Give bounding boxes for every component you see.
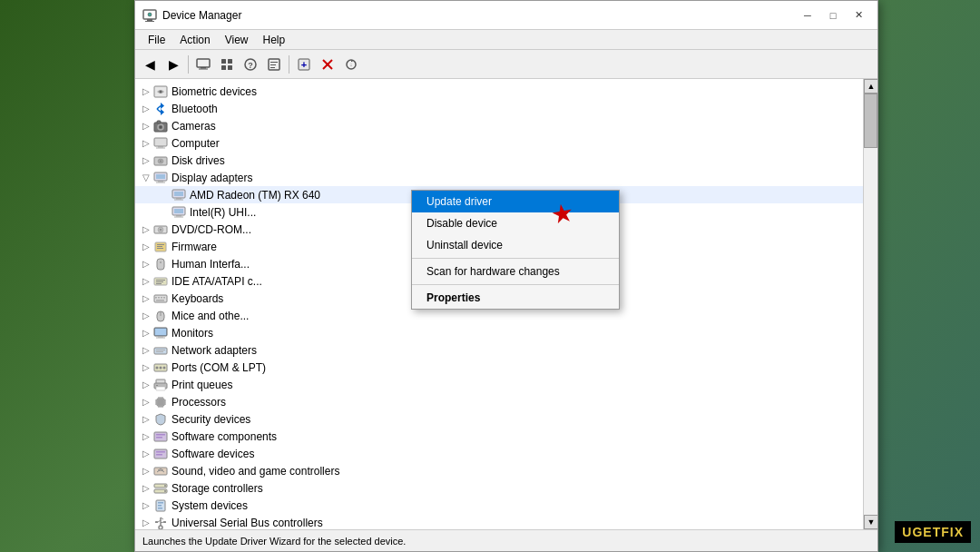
svg-rect-65 bbox=[156, 300, 164, 301]
expand-ports[interactable]: ▷ bbox=[139, 360, 153, 375]
svg-point-27 bbox=[160, 125, 162, 128]
svg-point-34 bbox=[160, 160, 162, 162]
svg-rect-114 bbox=[155, 521, 158, 523]
svg-rect-109 bbox=[158, 502, 163, 504]
disk-icon bbox=[153, 153, 168, 168]
expand-keyboards[interactable]: ▷ bbox=[139, 291, 153, 306]
expand-print[interactable]: ▷ bbox=[139, 378, 153, 392]
add-button[interactable]: + bbox=[293, 54, 315, 75]
tree-item-storage[interactable]: ▷ Storage controllers bbox=[135, 479, 863, 497]
tree-item-processors[interactable]: ▷ bbox=[135, 393, 863, 410]
expand-mice[interactable]: ▷ bbox=[139, 309, 153, 323]
tree-item-usb[interactable]: ▷ Universal Serial Bus controllers bbox=[135, 514, 863, 529]
properties-label: Properties bbox=[426, 291, 480, 304]
expand-display[interactable]: ▽ bbox=[139, 171, 153, 185]
svg-text:+: + bbox=[301, 59, 307, 70]
minimize-button[interactable]: ─ bbox=[796, 6, 819, 25]
expand-cameras[interactable]: ▷ bbox=[139, 119, 153, 133]
tree-item-software-comp[interactable]: ▷ Software components bbox=[135, 428, 863, 445]
expand-bluetooth[interactable]: ▷ bbox=[139, 102, 153, 116]
tree-item-display[interactable]: ▽ Display adapters bbox=[135, 169, 863, 186]
svg-rect-111 bbox=[158, 508, 162, 509]
properties-button[interactable] bbox=[263, 54, 285, 75]
expand-monitors[interactable]: ▷ bbox=[139, 326, 153, 340]
expand-security[interactable]: ▷ bbox=[139, 412, 153, 427]
expand-firmware[interactable]: ▷ bbox=[139, 240, 153, 254]
svg-rect-36 bbox=[156, 174, 165, 179]
status-text: Launches the Update Driver Wizard for th… bbox=[142, 536, 406, 547]
tree-item-network[interactable]: ▷ Network adapters bbox=[135, 341, 863, 359]
svg-point-49 bbox=[160, 229, 162, 231]
scroll-thumb[interactable] bbox=[864, 94, 877, 148]
expand-sound[interactable]: ▷ bbox=[139, 464, 153, 478]
expand-computer[interactable]: ▷ bbox=[139, 136, 153, 151]
tree-item-security[interactable]: ▷ Security devices bbox=[135, 410, 863, 428]
context-properties[interactable]: Properties bbox=[412, 287, 619, 309]
remove-button[interactable] bbox=[317, 54, 338, 75]
svg-rect-60 bbox=[154, 295, 167, 302]
expand-network[interactable]: ▷ bbox=[139, 343, 153, 358]
tree-item-sound[interactable]: ▷ Sound, video and game controllers bbox=[135, 462, 863, 479]
tree-item-print[interactable]: ▷ Print queues bbox=[135, 376, 863, 393]
computer-button[interactable] bbox=[192, 54, 214, 75]
back-button[interactable]: ◀ bbox=[139, 54, 161, 75]
ports-icon bbox=[153, 360, 168, 375]
menu-action[interactable]: Action bbox=[172, 32, 217, 48]
context-scan-hardware[interactable]: Scan for hardware changes bbox=[412, 261, 619, 282]
expand-dvd[interactable]: ▷ bbox=[139, 222, 153, 237]
refresh-button[interactable]: ↓ bbox=[340, 54, 362, 75]
context-update-driver[interactable]: Update driver bbox=[412, 191, 619, 212]
expand-processors[interactable]: ▷ bbox=[139, 395, 153, 409]
grid-button[interactable] bbox=[216, 54, 238, 75]
expand-system[interactable]: ▷ bbox=[139, 498, 153, 513]
expand-software-dev[interactable]: ▷ bbox=[139, 447, 153, 461]
expand-usb[interactable]: ▷ bbox=[139, 516, 153, 530]
tree-item-software-dev[interactable]: ▷ Software devices bbox=[135, 445, 863, 462]
svg-rect-44 bbox=[174, 209, 183, 213]
update-driver-label: Update driver bbox=[426, 195, 492, 208]
expand-biometric[interactable]: ▷ bbox=[139, 84, 153, 99]
camera-icon bbox=[153, 119, 168, 133]
expand-hid[interactable]: ▷ bbox=[139, 257, 153, 271]
svg-rect-72 bbox=[154, 348, 167, 354]
scroll-up-button[interactable]: ▲ bbox=[864, 79, 877, 94]
expand-storage[interactable]: ▷ bbox=[139, 481, 153, 496]
expand-disk[interactable]: ▷ bbox=[139, 153, 153, 168]
scroll-down-button[interactable]: ▼ bbox=[864, 515, 877, 529]
menu-view[interactable]: View bbox=[218, 32, 256, 48]
menu-file[interactable]: File bbox=[141, 32, 172, 48]
context-disable-device[interactable]: Disable device bbox=[412, 212, 619, 234]
expand-software-comp[interactable]: ▷ bbox=[139, 429, 153, 444]
tree-item-system[interactable]: ▷ System devices bbox=[135, 497, 863, 514]
tree-item-biometric[interactable]: ▷ Biometric devices bbox=[135, 83, 863, 100]
svg-rect-46 bbox=[174, 216, 183, 217]
expand-ide[interactable]: ▷ bbox=[139, 274, 153, 289]
svg-rect-30 bbox=[158, 146, 163, 148]
firmware-label: Firmware bbox=[172, 241, 217, 253]
title-bar: Device Manager ─ □ ✕ bbox=[135, 1, 877, 30]
svg-rect-99 bbox=[156, 437, 162, 439]
context-uninstall-device[interactable]: Uninstall device bbox=[412, 234, 619, 256]
maximize-button[interactable]: □ bbox=[821, 6, 845, 25]
tree-item-bluetooth[interactable]: ▷ Bluetooth bbox=[135, 100, 863, 117]
tree-item-monitors[interactable]: ▷ Monitors bbox=[135, 324, 863, 341]
amd-icon bbox=[172, 188, 186, 202]
help-button[interactable]: ? bbox=[240, 54, 261, 75]
usb-icon bbox=[153, 516, 168, 530]
svg-rect-9 bbox=[221, 65, 226, 70]
computer-icon bbox=[153, 136, 168, 151]
menu-help[interactable]: Help bbox=[256, 32, 293, 48]
tree-item-disk[interactable]: ▷ Disk drives bbox=[135, 152, 863, 169]
close-button[interactable]: ✕ bbox=[847, 6, 870, 25]
scrollbar[interactable]: ▲ ▼ bbox=[863, 79, 877, 529]
tree-item-cameras[interactable]: ▷ Cameras bbox=[135, 117, 863, 134]
svg-rect-63 bbox=[161, 297, 162, 299]
tree-item-ports[interactable]: ▷ Ports (COM & LPT) bbox=[135, 359, 863, 376]
svg-rect-57 bbox=[156, 280, 165, 281]
svg-rect-1 bbox=[147, 19, 152, 21]
tree-item-computer[interactable]: ▷ Computer bbox=[135, 134, 863, 152]
firmware-icon bbox=[153, 240, 168, 254]
software-dev-label: Software devices bbox=[172, 448, 254, 460]
forward-button[interactable]: ▶ bbox=[162, 54, 184, 75]
watermark-suffix: FIX bbox=[941, 525, 964, 539]
